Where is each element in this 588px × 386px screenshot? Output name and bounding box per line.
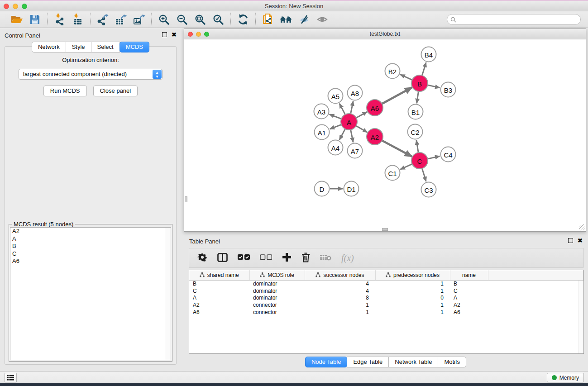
graph-node-C4[interactable]: C4 <box>441 147 456 162</box>
graph-edge-A-A7[interactable] <box>351 130 354 143</box>
result-item[interactable]: A6 <box>10 257 171 265</box>
graph-edge-C-C4[interactable] <box>428 156 440 159</box>
column-header-shared-name[interactable]: shared name <box>189 270 249 280</box>
graph-node-D1[interactable]: D1 <box>344 181 359 196</box>
result-item[interactable]: C <box>10 250 171 258</box>
split-columns-button[interactable] <box>217 253 228 263</box>
graph-edge-A-A5[interactable] <box>339 104 345 114</box>
memory-button[interactable]: Memory <box>547 373 584 382</box>
graph-edge-B-B4[interactable] <box>422 62 426 76</box>
import-table-button[interactable] <box>70 13 86 26</box>
settings-gear-button[interactable] <box>197 253 207 264</box>
zoom-in-button[interactable] <box>156 13 172 26</box>
graph-node-B[interactable]: B <box>411 75 428 91</box>
resize-grip[interactable] <box>579 224 585 230</box>
search-input[interactable] <box>447 14 581 25</box>
close-panel-button[interactable]: Close panel <box>93 86 138 96</box>
zoom-selected-button[interactable] <box>210 13 226 26</box>
export-image-button[interactable] <box>131 13 147 26</box>
graph-edge-B-B1[interactable] <box>417 91 419 103</box>
column-header-name[interactable]: name <box>450 270 488 280</box>
graph-node-A[interactable]: A <box>341 114 357 130</box>
table-row[interactable]: Bdominator41B <box>189 280 583 287</box>
graph-edge-A2-C[interactable] <box>382 140 412 157</box>
graph-node-A4[interactable]: A4 <box>328 140 343 155</box>
network-graph[interactable]: B4B2BB3B1A5A8A6A3AA1A4A7A2C2CC4C1C3DD1 <box>184 39 586 231</box>
graph-edge-A-A3[interactable] <box>330 114 341 119</box>
table-row[interactable]: A2connector11A2 <box>189 301 583 309</box>
float-panel-icon[interactable] <box>162 32 167 37</box>
result-list-scrollbar[interactable] <box>165 228 171 360</box>
tab-style[interactable]: Style <box>66 42 91 52</box>
graph-node-A6[interactable]: A6 <box>367 100 383 116</box>
graph-edge-A-A1[interactable] <box>330 124 341 129</box>
graph-edge-A-A6[interactable] <box>356 112 367 118</box>
graph-node-A2[interactable]: A2 <box>367 129 383 145</box>
graph-edge-A-A2[interactable] <box>356 126 368 132</box>
graph-node-C1[interactable]: C1 <box>385 166 400 181</box>
graph-node-A5[interactable]: A5 <box>328 89 343 104</box>
column-header-predecessor-nodes[interactable]: predecessor nodes <box>375 270 450 280</box>
graph-edge-A-A4[interactable] <box>339 129 345 140</box>
table-row[interactable]: Adominator80A <box>189 295 583 302</box>
open-session-button[interactable] <box>9 13 24 26</box>
graph-node-B4[interactable]: B4 <box>421 47 436 62</box>
graph-edge-C-C1[interactable] <box>400 164 412 169</box>
apply-layout-button[interactable] <box>235 13 251 26</box>
add-column-button[interactable] <box>282 253 292 263</box>
select-all-checkboxes-button[interactable] <box>238 254 250 262</box>
network-from-selection-button[interactable] <box>260 13 276 26</box>
graph-node-A3[interactable]: A3 <box>314 104 329 119</box>
column-header-MCDS-role[interactable]: MCDS role <box>249 270 305 280</box>
graph-node-B3[interactable]: B3 <box>441 82 456 97</box>
table-row[interactable]: A6connector11A6 <box>189 309 583 316</box>
hide-graphics-details-button[interactable] <box>296 13 312 26</box>
graph-edge-B-B2[interactable] <box>400 75 412 80</box>
save-session-button[interactable] <box>27 13 43 26</box>
result-item[interactable]: B <box>10 243 171 250</box>
run-mcds-button[interactable]: Run MCDS <box>43 86 87 96</box>
mcds-result-list[interactable]: A2ABCA6 <box>10 227 171 360</box>
graph-edge-C-C3[interactable] <box>422 168 426 181</box>
graph-node-C3[interactable]: C3 <box>421 182 436 197</box>
network-canvas[interactable]: B4B2BB3B1A5A8A6A3AA1A4A7A2C2CC4C1C3DD1 <box>184 39 586 231</box>
graph-node-A1[interactable]: A1 <box>315 125 330 140</box>
zoom-out-button[interactable] <box>174 13 190 26</box>
network-window-titlebar[interactable]: testGlobe.txt <box>184 29 586 39</box>
export-table-button[interactable] <box>113 13 129 26</box>
tab-node-table[interactable]: Node Table <box>305 357 348 367</box>
close-panel-icon[interactable]: ✖ <box>172 32 177 37</box>
graph-node-B2[interactable]: B2 <box>385 64 400 79</box>
zoom-fit-content-button[interactable] <box>192 13 208 26</box>
close-table-panel-icon[interactable]: ✖ <box>578 238 583 243</box>
column-header-successor-nodes[interactable]: successor nodes <box>305 270 375 280</box>
graph-node-A7[interactable]: A7 <box>348 143 363 158</box>
tab-edge-table[interactable]: Edge Table <box>347 357 389 367</box>
graph-edge-B-B3[interactable] <box>428 85 440 88</box>
criterion-select[interactable]: largest connected component (directed) ▲… <box>19 69 163 80</box>
vertical-scrollbar-thumb[interactable] <box>185 196 187 202</box>
result-item[interactable]: A <box>10 235 171 243</box>
tab-select[interactable]: Select <box>91 42 120 52</box>
task-history-button[interactable] <box>5 373 17 382</box>
deselect-all-checkboxes-button[interactable] <box>260 254 272 262</box>
result-item[interactable]: A2 <box>10 228 171 235</box>
graph-node-B1[interactable]: B1 <box>408 105 423 119</box>
table-scrollbar[interactable] <box>578 281 583 353</box>
graph-node-C2[interactable]: C2 <box>408 124 423 139</box>
tab-network[interactable]: Network <box>32 42 66 52</box>
tab-motifs[interactable]: Motifs <box>438 357 466 367</box>
float-table-panel-icon[interactable] <box>568 238 573 243</box>
import-network-button[interactable] <box>52 13 67 26</box>
tab-mcds[interactable]: MCDS <box>120 42 149 52</box>
show-graphics-details-button[interactable] <box>315 13 330 26</box>
graph-edge-A-A8[interactable] <box>351 101 354 114</box>
graph-node-C[interactable]: C <box>411 152 428 169</box>
table-row[interactable]: Cdominator41C <box>189 287 583 295</box>
graph-edge-C-C2[interactable] <box>416 140 418 152</box>
graph-edge-A6-B[interactable] <box>382 87 412 104</box>
home-button[interactable] <box>278 13 294 26</box>
horizontal-scrollbar-thumb[interactable] <box>382 228 388 231</box>
graph-node-D[interactable]: D <box>315 181 330 196</box>
export-network-button[interactable] <box>95 13 110 26</box>
